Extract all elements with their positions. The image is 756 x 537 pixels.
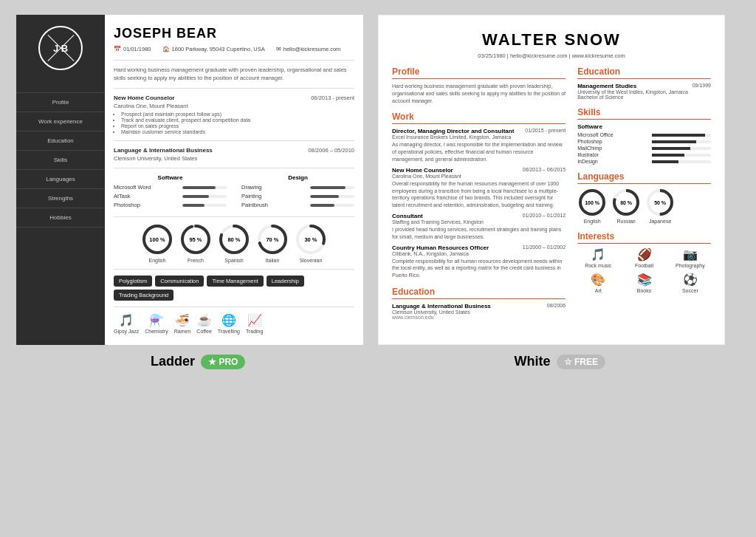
white-edu-section-left: Education Language & International Busin… bbox=[392, 287, 566, 320]
person-name: JOSEPH BEAR bbox=[114, 26, 354, 41]
resumes-container: J B Profile Work experience Education Sk… bbox=[16, 15, 740, 345]
white-languages-title: Languages bbox=[577, 171, 711, 184]
photography-icon: 📷 bbox=[683, 247, 698, 261]
interest-soccer: ⚽ Soccer bbox=[670, 273, 711, 293]
pro-badge[interactable]: ★ PRO bbox=[201, 355, 245, 369]
white-interests-section: Interests 🎵 Rock music 🏈 Football 📷 P bbox=[577, 231, 711, 293]
lang-italian: 70 % Italian bbox=[256, 223, 289, 263]
trading-icon: 📈 bbox=[247, 313, 262, 327]
white-job-3-header: Consultant 01/2010 – 01/2012 bbox=[392, 213, 566, 219]
bullet-2: Track and evaluate client, prospect and … bbox=[121, 117, 354, 123]
white-lang-russian: 80 % Russian bbox=[611, 188, 641, 224]
music-icon: 🎵 bbox=[119, 313, 134, 327]
contact-row: 📅 01/01/1980 🏠 1600 Parkway, 95043 Cuper… bbox=[114, 46, 354, 52]
ramen-icon: 🍜 bbox=[175, 313, 190, 327]
white-job-4-header: Country Human Resources Officer 11/2000 … bbox=[392, 244, 566, 251]
edu-header-1: Language & International Business 08/200… bbox=[114, 147, 354, 154]
white-profile-text: Hard working business management graduat… bbox=[392, 83, 566, 104]
languages-section: 100 % English 95 % French bbox=[114, 223, 354, 263]
pro-badge-text: ★ PRO bbox=[208, 357, 238, 367]
interest-football: 🏈 Football bbox=[623, 247, 664, 268]
template-labels: Ladder ★ PRO White ☆ FREE bbox=[16, 354, 740, 369]
interest-rock-music: 🎵 Rock music bbox=[577, 247, 619, 268]
avatar: J B bbox=[38, 26, 83, 70]
free-badge[interactable]: ☆ FREE bbox=[557, 355, 605, 369]
skill-col-software: Software Microsoft Word AtTask Photoshop bbox=[114, 174, 227, 211]
sidebar-item-education[interactable]: Education bbox=[16, 131, 105, 150]
strength-polyglotism: Polyglotism bbox=[114, 276, 152, 287]
interests-grid: 🎵 Rock music 🏈 Football 📷 Photography bbox=[577, 247, 711, 293]
skill-row-attask: AtTask bbox=[114, 193, 227, 199]
job-title-1: New Home Counselor bbox=[114, 95, 175, 101]
soccer-icon: ⚽ bbox=[683, 273, 698, 287]
football-icon: 🏈 bbox=[637, 247, 652, 261]
white-lang-japanese: 50 % Japanese bbox=[645, 188, 675, 224]
white-template-name: White bbox=[515, 354, 551, 369]
divider-5 bbox=[114, 216, 354, 217]
white-resume: WALTER SNOW 03/25/1980 | hello@kickresum… bbox=[378, 15, 725, 345]
divider-2 bbox=[114, 88, 354, 89]
email-icon: ✉ bbox=[276, 46, 281, 52]
skill-row-painting: Painting bbox=[241, 193, 354, 199]
books-icon: 📚 bbox=[637, 273, 652, 287]
white-job-1-header: Director, Managing Director and Consulta… bbox=[392, 128, 566, 134]
sidebar-item-work[interactable]: Work experience bbox=[16, 112, 105, 131]
ladder-resume: J B Profile Work experience Education Sk… bbox=[16, 15, 363, 345]
strength-communication: Communication bbox=[155, 276, 204, 287]
white-body: Profile Hard working business management… bbox=[392, 66, 711, 327]
white-interests-title: Interests bbox=[577, 231, 711, 244]
divider-1 bbox=[114, 60, 354, 61]
ladder-label: Ladder ★ PRO bbox=[151, 354, 245, 369]
sidebar-item-profile[interactable]: Profile bbox=[16, 92, 105, 112]
education-section: Language & International Business 08/200… bbox=[114, 147, 354, 162]
interest-books: 📚 Books bbox=[623, 273, 664, 293]
white-skills-title: Skills bbox=[577, 107, 711, 120]
profile-text: Hard working business management graduat… bbox=[114, 66, 354, 82]
edu-date-1: 08/2006 – 05/2010 bbox=[308, 147, 354, 154]
divider-6 bbox=[114, 269, 354, 270]
sidebar-item-hobbies[interactable]: Hobbies bbox=[16, 208, 105, 228]
work-section: New Home Counselor 06/2013 - present Car… bbox=[114, 95, 354, 134]
skill-col-design: Design Drawing Painting Paintbrush bbox=[241, 174, 354, 211]
free-badge-text: ☆ FREE bbox=[564, 357, 598, 367]
hobby-chemistry: ⚗️ Chemistry bbox=[145, 313, 168, 334]
skill-design-title: Design bbox=[241, 174, 354, 181]
avatar-initials: J B bbox=[53, 43, 68, 54]
white-edu-title-right: Education bbox=[577, 66, 711, 79]
white-lang-circles: 100 % English 80 % bbox=[577, 188, 711, 224]
ladder-main: JOSEPH BEAR 📅 01/01/1980 🏠 1600 Parkway,… bbox=[105, 15, 363, 345]
sidebar-item-skills[interactable]: Skills bbox=[16, 150, 105, 169]
divider-3 bbox=[114, 140, 354, 141]
job-header-1: New Home Counselor 06/2013 - present bbox=[114, 95, 354, 101]
strength-leadership: Leadership bbox=[267, 276, 304, 287]
edu-school-1: Clemson University, United States bbox=[114, 155, 354, 162]
skill-software-title: Software bbox=[114, 174, 227, 181]
strengths-section: Polyglotism Communication Time Managemen… bbox=[114, 276, 354, 301]
sidebar-item-languages[interactable]: Languages bbox=[16, 169, 105, 188]
lang-spanish: 80 % Spanish bbox=[218, 223, 250, 263]
job-date-1: 06/2013 - present bbox=[311, 95, 354, 101]
divider-7 bbox=[114, 307, 354, 307]
lang-english: 100 % English bbox=[141, 223, 173, 263]
hobby-travelling: 🌐 Travelling bbox=[218, 313, 240, 334]
white-work-title: Work bbox=[392, 112, 566, 124]
home-icon: 🏠 bbox=[162, 46, 170, 52]
strength-time: Time Management bbox=[207, 276, 263, 287]
white-right-col: Education Management Studies 09/1999 Uni… bbox=[577, 66, 711, 327]
calendar-icon: 📅 bbox=[114, 46, 121, 52]
ladder-sidebar: J B Profile Work experience Education Sk… bbox=[16, 15, 105, 345]
skills-section: Software Microsoft Word AtTask Photoshop bbox=[114, 174, 354, 211]
lang-circle-english: 100 % bbox=[141, 223, 173, 256]
sidebar-item-strengths[interactable]: Strengths bbox=[16, 188, 105, 208]
rock-music-icon: 🎵 bbox=[591, 247, 605, 261]
hobby-coffee: ☕ Coffee bbox=[196, 313, 212, 334]
lang-french: 95 % French bbox=[179, 223, 212, 263]
globe-icon: 🌐 bbox=[221, 313, 236, 327]
art-icon: 🎨 bbox=[591, 273, 605, 287]
contact-dob: 📅 01/01/1980 bbox=[114, 46, 151, 52]
white-profile-title: Profile bbox=[392, 66, 566, 79]
coffee-icon: ☕ bbox=[197, 313, 212, 327]
white-edu-title-left: Education bbox=[392, 287, 566, 299]
hobby-trading: 📈 Trading bbox=[246, 313, 263, 334]
contact-address: 🏠 1600 Parkway, 95043 Cupertino, USA bbox=[162, 46, 265, 52]
